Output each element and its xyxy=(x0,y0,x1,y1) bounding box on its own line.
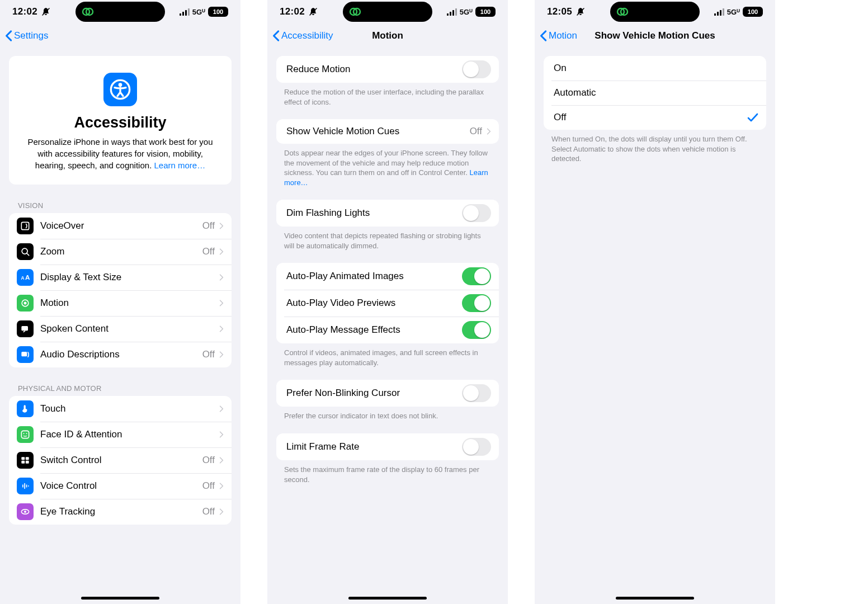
status-network: 5Gᵁ xyxy=(192,8,205,16)
option-on[interactable]: On xyxy=(544,56,766,81)
svg-rect-27 xyxy=(26,485,27,488)
option-automatic[interactable]: Automatic xyxy=(544,81,766,105)
row-value: Off xyxy=(202,349,215,360)
chevron-right-icon xyxy=(219,456,224,464)
bell-slash-icon xyxy=(575,7,586,17)
back-button[interactable]: Motion xyxy=(535,30,577,42)
svg-text:A: A xyxy=(25,273,30,281)
footnote-cursor: Prefer the cursor indicator in text does… xyxy=(284,411,491,421)
option-label: Automatic xyxy=(554,87,758,98)
status-network: 5Gᵁ xyxy=(727,8,740,16)
audio-descriptions-icon xyxy=(17,346,34,363)
row-touch[interactable]: Touch xyxy=(9,396,232,422)
row-zoom[interactable]: Zoom Off xyxy=(9,239,232,265)
row-label: Reduce Motion xyxy=(286,64,462,75)
row-autoplay-animated-images[interactable]: Auto-Play Animated Images xyxy=(276,263,499,290)
intro-body: Personalize iPhone in ways that work bes… xyxy=(21,136,219,171)
row-label: Auto-Play Message Effects xyxy=(286,324,462,336)
intro-title: Accessibility xyxy=(21,114,219,131)
toggle-autoplay-animated-images[interactable] xyxy=(462,267,491,285)
chevron-left-icon xyxy=(272,30,280,42)
row-nonblinking-cursor[interactable]: Prefer Non-Blinking Cursor xyxy=(276,380,499,407)
row-label: Audio Descriptions xyxy=(40,349,202,360)
footnote-dim-flashing: Video content that depicts repeated flas… xyxy=(284,231,491,251)
touch-icon xyxy=(17,400,34,417)
group-cursor: Prefer Non-Blinking Cursor xyxy=(276,380,499,407)
row-voice-control[interactable]: Voice Control Off xyxy=(9,473,232,499)
group-autoplay: Auto-Play Animated Images Auto-Play Vide… xyxy=(276,263,499,343)
home-indicator[interactable] xyxy=(348,597,427,600)
row-label: Face ID & Attention xyxy=(40,429,218,440)
row-label: Motion xyxy=(40,298,218,309)
row-spoken-content[interactable]: Spoken Content xyxy=(9,316,232,342)
row-display-text-size[interactable]: AA Display & Text Size xyxy=(9,265,232,290)
status-battery: 100 xyxy=(208,7,228,17)
row-vehicle-cues[interactable]: Show Vehicle Motion Cues Off xyxy=(276,119,499,144)
toggle-dim-flashing[interactable] xyxy=(462,204,491,222)
option-off[interactable]: Off xyxy=(544,105,766,130)
nav-bar: Motion Show Vehicle Motion Cues xyxy=(535,23,775,48)
chevron-left-icon xyxy=(539,30,547,42)
row-audio-descriptions[interactable]: Audio Descriptions Off xyxy=(9,342,232,367)
chevron-right-icon xyxy=(219,248,224,256)
group-framerate: Limit Frame Rate xyxy=(276,433,499,460)
chevron-right-icon xyxy=(219,351,224,358)
row-switch-control[interactable]: Switch Control Off xyxy=(9,447,232,473)
chevron-right-icon xyxy=(219,325,224,333)
toggle-limit-frame-rate[interactable] xyxy=(462,438,491,456)
footnote-vehicle-cues: Dots appear near the edges of your iPhon… xyxy=(284,148,491,187)
footnote-reduce-motion: Reduce the motion of the user interface,… xyxy=(284,87,491,107)
toggle-reduce-motion[interactable] xyxy=(462,60,491,78)
status-network: 5Gᵁ xyxy=(460,8,473,16)
toggle-nonblinking-cursor[interactable] xyxy=(462,384,491,402)
row-motion[interactable]: Motion xyxy=(9,290,232,316)
intro-card: Accessibility Personalize iPhone in ways… xyxy=(9,56,232,185)
chevron-right-icon xyxy=(219,431,224,438)
toggle-autoplay-video-previews[interactable] xyxy=(462,294,491,312)
screen-accessibility-root: 12:02 5Gᵁ 100 Settings Accessibility Per… xyxy=(0,0,240,604)
row-value: Off xyxy=(202,455,215,466)
row-label: Display & Text Size xyxy=(40,272,218,283)
chevron-right-icon xyxy=(219,222,224,230)
row-label: Zoom xyxy=(40,246,202,257)
row-faceid-attention[interactable]: Face ID & Attention xyxy=(9,422,232,447)
row-autoplay-message-effects[interactable]: Auto-Play Message Effects xyxy=(276,317,499,343)
home-indicator[interactable] xyxy=(81,597,159,600)
intro-learn-more-link[interactable]: Learn more… xyxy=(154,161,205,170)
svg-rect-23 xyxy=(21,461,25,464)
row-label: Dim Flashing Lights xyxy=(286,207,462,219)
cellular-bars-icon xyxy=(714,8,724,16)
row-value: Off xyxy=(470,126,482,137)
svg-point-15 xyxy=(24,302,27,305)
bell-slash-icon xyxy=(41,7,51,17)
footnote-autoplay: Control if videos, animated images, and … xyxy=(284,348,491,367)
row-label: Auto-Play Animated Images xyxy=(286,271,462,282)
svg-point-19 xyxy=(23,433,25,434)
back-label: Accessibility xyxy=(281,30,333,41)
chevron-right-icon xyxy=(219,273,224,281)
zoom-icon xyxy=(17,243,34,260)
back-button[interactable]: Accessibility xyxy=(267,30,333,42)
svg-text:A: A xyxy=(21,275,25,281)
back-button[interactable]: Settings xyxy=(0,30,48,42)
row-label: Auto-Play Video Previews xyxy=(286,298,462,309)
svg-rect-21 xyxy=(21,457,25,460)
spoken-content-icon xyxy=(17,320,34,337)
home-indicator[interactable] xyxy=(616,597,694,600)
row-eye-tracking[interactable]: Eye Tracking Off xyxy=(9,499,232,525)
row-value: Off xyxy=(202,246,215,257)
row-reduce-motion[interactable]: Reduce Motion xyxy=(276,56,499,83)
row-label: Voice Control xyxy=(40,480,202,492)
chevron-left-icon xyxy=(4,30,12,42)
status-battery: 100 xyxy=(743,7,763,17)
faceid-icon xyxy=(17,426,34,443)
chevron-right-icon xyxy=(219,508,224,516)
svg-rect-24 xyxy=(26,461,29,464)
toggle-autoplay-message-effects[interactable] xyxy=(462,321,491,339)
row-dim-flashing[interactable]: Dim Flashing Lights xyxy=(276,200,499,226)
row-voiceover[interactable]: VoiceOver Off xyxy=(9,213,232,239)
svg-rect-28 xyxy=(28,485,29,487)
row-limit-frame-rate[interactable]: Limit Frame Rate xyxy=(276,433,499,460)
row-autoplay-video-previews[interactable]: Auto-Play Video Previews xyxy=(276,290,499,317)
option-label: Off xyxy=(554,112,747,123)
